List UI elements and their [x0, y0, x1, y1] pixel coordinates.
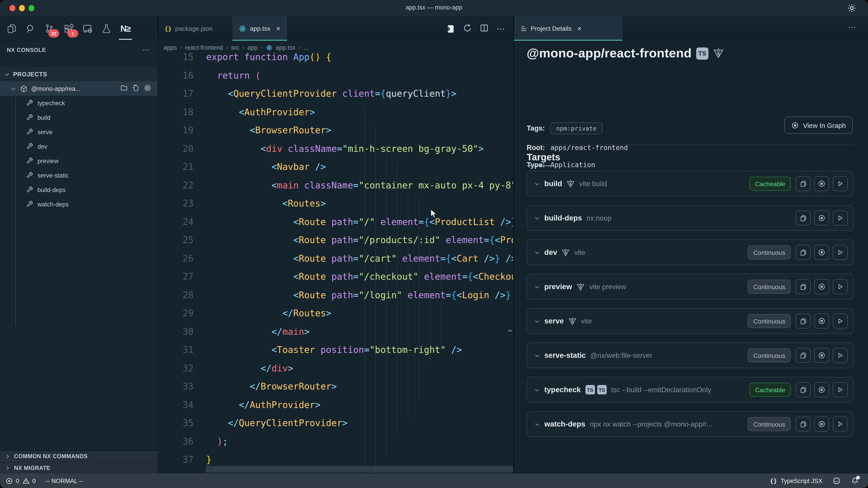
- vim-mode-indicator[interactable]: -- NORMAL --: [46, 477, 83, 484]
- sidebar-target-watch-deps[interactable]: watch-deps: [0, 197, 158, 212]
- focus-in-graph-button[interactable]: [814, 417, 829, 431]
- explorer-icon[interactable]: [4, 22, 19, 36]
- code-line-16[interactable]: 16 return (: [158, 66, 513, 85]
- copy-command-button[interactable]: [796, 176, 811, 191]
- extensions-icon[interactable]: 1: [61, 22, 75, 36]
- code-editor[interactable]: apps›react-frontend›src›app›app.tsx›... …: [158, 41, 513, 474]
- open-project-details-icon[interactable]: [445, 24, 455, 34]
- code-line-32[interactable]: 32 </div>: [158, 359, 513, 377]
- code-line-29[interactable]: 29 </Routes>: [158, 304, 513, 322]
- code-line-24[interactable]: 24 <Route path="/" element={<ProductList…: [158, 213, 513, 231]
- run-target-button[interactable]: [833, 279, 848, 294]
- copilot-icon[interactable]: [832, 477, 841, 485]
- code-line-20[interactable]: 20 <div className="min-h-screen bg-gray-…: [158, 139, 513, 158]
- code-line-19[interactable]: 19 <BrowserRouter>: [158, 121, 513, 139]
- code-lines[interactable]: 15export function App() {16 return (17 <…: [158, 48, 513, 474]
- chevron-down-icon[interactable]: [534, 421, 540, 427]
- horizontal-scrollbar[interactable]: [206, 466, 513, 473]
- code-line-31[interactable]: 31 <Toaster position="bottom-right" />: [158, 341, 513, 359]
- source-control-icon[interactable]: 32: [42, 22, 57, 36]
- split-editor-icon[interactable]: [480, 24, 489, 34]
- chevron-down-icon[interactable]: [534, 215, 540, 221]
- copy-command-button[interactable]: [796, 314, 811, 328]
- code-line-28[interactable]: 28 <Route path="/login" element={<Login …: [158, 286, 513, 304]
- code-line-21[interactable]: 21 <Navbar />: [158, 158, 513, 176]
- chevron-down-icon[interactable]: [534, 387, 540, 392]
- code-line-15[interactable]: 15export function App() {: [158, 48, 513, 66]
- focus-in-graph-button[interactable]: [814, 279, 829, 294]
- focus-in-graph-button[interactable]: [814, 348, 829, 363]
- tab-app-tsx[interactable]: app.tsx ✕: [232, 16, 287, 41]
- refresh-icon[interactable]: [463, 24, 472, 34]
- run-target-button[interactable]: [833, 348, 848, 363]
- target-card-watch-deps[interactable]: watch-depsnpx nx watch --projects @mono-…: [527, 411, 854, 437]
- code-line-17[interactable]: 17 <QueryClientProvider client={queryCli…: [158, 85, 513, 103]
- notifications-bell-icon[interactable]: [851, 477, 859, 485]
- target-card-preview[interactable]: previewvite previewContinuous: [527, 274, 854, 300]
- testing-beaker-icon[interactable]: [99, 22, 114, 36]
- more-actions-icon[interactable]: ⋯: [496, 24, 505, 34]
- sidebar-target-serve-static[interactable]: serve-static: [0, 168, 158, 183]
- copy-command-button[interactable]: [796, 279, 811, 294]
- gear-icon[interactable]: [846, 3, 857, 15]
- focus-in-graph-button[interactable]: [814, 210, 829, 225]
- view-in-graph-button[interactable]: View In Graph: [784, 117, 852, 134]
- sidebar-section-nx-migrate[interactable]: NX MIGRATE: [0, 462, 158, 474]
- chevron-down-icon[interactable]: [534, 318, 540, 324]
- code-line-34[interactable]: 34 </AuthProvider>: [158, 396, 513, 414]
- copy-command-button[interactable]: [796, 210, 811, 225]
- nx-console-icon[interactable]: N≥: [119, 22, 132, 36]
- copy-command-button[interactable]: [796, 417, 811, 431]
- sidebar-more-icon[interactable]: ⋯: [143, 45, 151, 55]
- edit-config-file-icon[interactable]: [132, 84, 140, 93]
- focus-in-graph-button[interactable]: [814, 245, 829, 260]
- copy-command-button[interactable]: [796, 382, 811, 397]
- tab-project-details[interactable]: Project Details ✕: [514, 16, 622, 41]
- code-line-23[interactable]: 23 <Routes>: [158, 194, 513, 213]
- code-line-33[interactable]: 33 </BrowserRouter>: [158, 377, 513, 396]
- sidebar-target-build[interactable]: build: [0, 110, 158, 125]
- chevron-down-icon[interactable]: [534, 353, 540, 358]
- sidebar-target-serve[interactable]: serve: [0, 125, 158, 139]
- focus-in-graph-button[interactable]: [814, 176, 829, 191]
- code-line-36[interactable]: 36 );: [158, 432, 513, 451]
- problems-indicator[interactable]: 0 0: [6, 477, 36, 484]
- chevron-down-icon[interactable]: [534, 284, 540, 289]
- target-card-typecheck[interactable]: typecheckTSTStsc --build --emitDeclarati…: [527, 377, 854, 402]
- sidebar-section-common-nx-commands[interactable]: COMMON NX COMMANDS: [0, 451, 158, 462]
- copy-command-button[interactable]: [796, 348, 811, 363]
- target-card-build[interactable]: buildvite buildCacheable: [527, 171, 854, 197]
- code-line-27[interactable]: 27 <Route path="/checkout" element={<Che…: [158, 267, 513, 286]
- chevron-down-icon[interactable]: [534, 250, 540, 255]
- target-card-dev[interactable]: devviteContinuous: [527, 239, 854, 265]
- code-line-35[interactable]: 35 </QueryClientProvider>: [158, 414, 513, 432]
- tab-package-json[interactable]: {} package.json: [158, 16, 219, 41]
- sidebar-target-typecheck[interactable]: typecheck: [0, 96, 158, 110]
- run-target-button[interactable]: [833, 245, 848, 260]
- run-target-button[interactable]: [833, 417, 848, 431]
- remote-explorer-icon[interactable]: [81, 22, 94, 36]
- chevron-down-icon[interactable]: [534, 181, 540, 186]
- run-target-button[interactable]: [833, 210, 848, 225]
- target-icon[interactable]: [144, 84, 151, 93]
- projects-section-header[interactable]: PROJECTS: [0, 67, 158, 81]
- search-icon[interactable]: [24, 22, 37, 36]
- code-line-25[interactable]: 25 <Route path="/products/:id" element={…: [158, 231, 513, 249]
- target-card-serve-static[interactable]: serve-static@nx/web:file-serverContinuou…: [527, 343, 854, 368]
- code-line-22[interactable]: 22 <main className="container mx-auto px…: [158, 176, 513, 194]
- sidebar-target-preview[interactable]: preview: [0, 154, 158, 168]
- copy-command-button[interactable]: [796, 245, 811, 260]
- run-target-button[interactable]: [833, 176, 848, 191]
- sidebar-target-build-deps[interactable]: build-deps: [0, 183, 158, 197]
- run-target-button[interactable]: [833, 314, 848, 328]
- focus-in-graph-button[interactable]: [814, 314, 829, 328]
- close-tab-icon[interactable]: ✕: [577, 25, 582, 32]
- sidebar-target-dev[interactable]: dev: [0, 139, 158, 154]
- run-target-button[interactable]: [833, 382, 848, 397]
- code-line-18[interactable]: 18 <AuthProvider>: [158, 103, 513, 121]
- language-indicator[interactable]: {} TypeScript JSX: [770, 477, 822, 484]
- code-line-26[interactable]: 26 <Route path="/cart" element={<Cart />…: [158, 249, 513, 267]
- target-card-build-deps[interactable]: build-depsnx:noop: [527, 205, 854, 231]
- project-root-item[interactable]: @mono-app/rea...: [0, 81, 158, 96]
- close-tab-icon[interactable]: ✕: [276, 25, 281, 32]
